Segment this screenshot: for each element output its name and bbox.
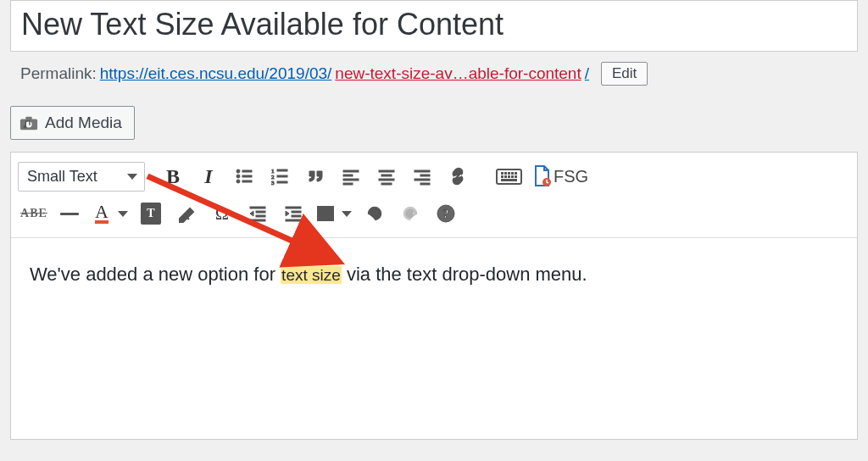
numbered-list-button[interactable]: 123	[264, 161, 296, 192]
toolbar-row-1: Small Text B I 123	[16, 158, 852, 195]
table-button[interactable]	[313, 198, 338, 229]
svg-rect-35	[292, 215, 301, 217]
svg-point-5	[236, 175, 240, 178]
svg-rect-22	[379, 179, 394, 181]
svg-point-4	[236, 169, 240, 173]
toolbar-toggle-button[interactable]	[492, 161, 525, 192]
post-title-input[interactable]	[21, 6, 847, 42]
svg-rect-21	[381, 175, 392, 176]
text-color-button[interactable]: A	[89, 198, 114, 229]
svg-rect-33	[286, 207, 301, 208]
edit-permalink-button[interactable]: Edit	[601, 62, 648, 86]
permalink-label: Permalink:	[20, 64, 97, 83]
add-media-button[interactable]: Add Media	[10, 106, 135, 140]
svg-rect-7	[242, 170, 252, 172]
permalink-row: Permalink: https://eit.ces.ncsu.edu/2019…	[0, 52, 868, 96]
format-dropdown[interactable]: Small Text	[18, 162, 145, 192]
strikethrough-button[interactable]: ABE	[18, 198, 50, 229]
horizontal-rule-button[interactable]	[53, 198, 86, 229]
strikethrough-icon: ABE	[20, 207, 47, 220]
svg-point-2	[25, 121, 31, 127]
link-button[interactable]	[442, 161, 474, 192]
align-left-button[interactable]	[335, 161, 367, 192]
align-right-button[interactable]	[406, 161, 438, 192]
align-center-button[interactable]	[370, 161, 403, 192]
svg-rect-31	[256, 215, 265, 217]
undo-button[interactable]	[359, 198, 391, 229]
editor-wrapper: Small Text B I 123	[10, 152, 858, 440]
svg-text:?: ?	[443, 208, 449, 220]
title-box	[10, 0, 858, 52]
svg-rect-27	[420, 183, 430, 185]
svg-rect-26	[415, 179, 430, 181]
svg-rect-9	[242, 181, 252, 182]
redo-button[interactable]	[394, 198, 426, 229]
svg-rect-23	[381, 183, 392, 185]
blockquote-button[interactable]	[299, 161, 331, 192]
svg-rect-18	[343, 179, 359, 181]
svg-rect-37	[318, 207, 333, 220]
permalink-base-link[interactable]: https://eit.ces.ncsu.edu/2019/03/	[100, 64, 332, 83]
editor-toolbar: Small Text B I 123	[11, 153, 857, 238]
highlighted-text: text size	[281, 266, 342, 284]
svg-rect-8	[242, 175, 252, 177]
paste-text-button[interactable]: T	[135, 198, 167, 229]
permalink-slug-link[interactable]: new-text-size-av…able-for-content	[335, 64, 581, 83]
svg-rect-36	[286, 219, 301, 221]
svg-rect-29	[250, 207, 265, 208]
svg-point-6	[236, 180, 240, 183]
svg-text:3: 3	[271, 180, 275, 186]
special-character-button[interactable]: Ω	[206, 198, 238, 229]
clear-formatting-button[interactable]	[170, 198, 203, 229]
svg-rect-13	[277, 169, 287, 171]
document-clock-icon	[533, 165, 552, 187]
bullet-list-button[interactable]	[228, 161, 260, 192]
svg-rect-14	[277, 175, 287, 177]
help-button[interactable]: ?	[430, 198, 462, 229]
italic-button[interactable]: I	[192, 161, 225, 192]
table-dropdown[interactable]	[338, 198, 355, 229]
svg-rect-16	[343, 170, 359, 172]
svg-rect-19	[343, 183, 353, 185]
svg-rect-30	[256, 211, 265, 213]
text-color-dropdown[interactable]	[114, 198, 131, 229]
fsg-label: FSG	[554, 167, 588, 186]
toolbar-row-2: ABE A T Ω	[16, 195, 852, 232]
bold-button[interactable]: B	[157, 161, 189, 192]
chevron-down-icon	[342, 211, 352, 217]
clipboard-icon: T	[141, 203, 161, 225]
chevron-down-icon	[118, 211, 128, 217]
svg-rect-1	[25, 117, 31, 121]
svg-rect-34	[292, 211, 301, 213]
svg-rect-24	[415, 170, 430, 172]
outdent-button[interactable]	[242, 198, 274, 229]
indent-button[interactable]	[277, 198, 309, 229]
svg-rect-15	[277, 181, 287, 183]
content-text-suffix: via the text drop-down menu.	[342, 264, 587, 285]
chevron-down-icon	[127, 174, 137, 180]
camera-music-icon	[19, 114, 38, 131]
permalink-trail: /	[585, 64, 589, 83]
svg-rect-20	[379, 170, 394, 172]
content-text-prefix: We've added a new option for	[30, 264, 281, 285]
editor-content[interactable]: We've added a new option for text size v…	[11, 238, 857, 431]
svg-rect-25	[420, 175, 430, 176]
svg-rect-17	[343, 175, 353, 176]
svg-rect-32	[250, 219, 265, 221]
add-media-label: Add Media	[45, 114, 122, 132]
text-color-icon: A	[95, 204, 108, 224]
fsg-button[interactable]: FSG	[528, 161, 593, 192]
horizontal-rule-icon	[60, 213, 79, 215]
keyboard-icon	[496, 169, 522, 185]
format-dropdown-value: Small Text	[27, 168, 97, 186]
